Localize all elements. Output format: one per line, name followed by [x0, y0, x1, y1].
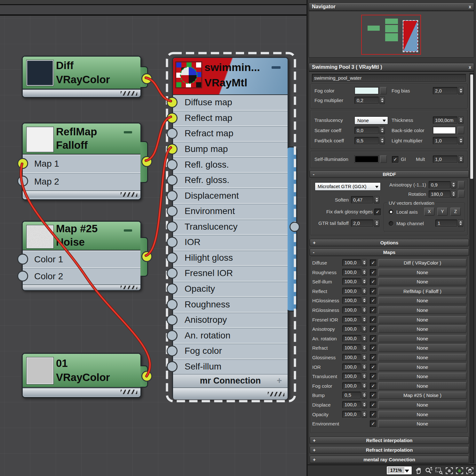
map-amount-spinner[interactable]	[361, 411, 367, 418]
zoom-percent-value[interactable]: 171%	[388, 467, 404, 473]
input-slot-color2[interactable]: Color 2	[23, 267, 140, 284]
node-reflmap-falloff[interactable]: ReflMap Falloff Map 1 Map 2	[22, 123, 141, 200]
fog-multiplier-field[interactable]: 0,2	[354, 97, 379, 104]
map-amount-spinner[interactable]	[361, 316, 367, 323]
map-channel-field[interactable]: 1	[435, 219, 457, 227]
resize-grip[interactable]	[268, 392, 284, 396]
map-amount-field[interactable]: 100,0	[342, 344, 361, 351]
input-socket[interactable]	[167, 113, 178, 123]
scatter-coeff-field[interactable]: 0,0	[354, 127, 379, 134]
navigator-view-rect[interactable]	[361, 15, 421, 55]
input-socket[interactable]	[167, 221, 178, 232]
material-slot-row[interactable]: Diffuse map	[173, 95, 288, 110]
brdf-type-dropdown[interactable]: Microfacet GTR (GGX)	[315, 182, 381, 191]
map-amount-spinner[interactable]	[361, 288, 367, 295]
map-slot-button[interactable]: None	[378, 269, 466, 276]
map-enable-checkbox[interactable]: ✓	[370, 335, 377, 342]
local-axis-radio[interactable]	[389, 210, 393, 214]
map-enable-checkbox[interactable]: ✓	[370, 269, 377, 276]
material-slot-row[interactable]: Refr. gloss.	[173, 172, 288, 188]
gtr-falloff-field[interactable]: 2,0	[351, 219, 373, 227]
map-slot-button[interactable]: ReflMap ( Falloff )	[378, 288, 466, 295]
input-socket[interactable]	[167, 144, 178, 155]
axis-button-y[interactable]: Y	[437, 208, 448, 216]
input-socket[interactable]	[167, 159, 178, 170]
map-slot-button[interactable]: Diff ( VRayColor )	[378, 259, 466, 266]
map-enable-checkbox[interactable]: ✓	[370, 278, 377, 285]
map-amount-field[interactable]: 100,0	[342, 382, 361, 389]
map-slot-button[interactable]: None	[378, 306, 466, 314]
light-multiplier-field[interactable]: 1,0	[433, 137, 457, 144]
material-slot-row[interactable]: Bump map	[173, 141, 288, 157]
node-diff-vraycolor[interactable]: Diff VRayColor	[22, 56, 141, 98]
map-enable-checkbox[interactable]: ✓	[370, 373, 377, 380]
material-slot-row[interactable]: Translucency	[173, 219, 288, 234]
backside-color-swatch[interactable]	[433, 127, 456, 134]
node-map25-noise[interactable]: Map #25 Noise Color 1 Color 2	[22, 221, 141, 291]
fix-edges-checkbox[interactable]: ✓	[374, 209, 381, 215]
input-slot-map2[interactable]: Map 2	[23, 172, 140, 190]
input-slot-color1[interactable]: Color 1	[23, 250, 140, 267]
map-amount-spinner[interactable]	[361, 382, 367, 389]
map-slot-button[interactable]: None	[378, 401, 466, 409]
expand-plus-icon[interactable]: +	[277, 375, 282, 387]
navigator-close-icon[interactable]: x	[469, 3, 471, 11]
navigator-minimap[interactable]	[309, 11, 474, 58]
output-socket[interactable]	[141, 371, 152, 382]
material-name-input[interactable]: swimming_pool_water	[312, 74, 466, 82]
map-amount-field[interactable]: 100,0	[342, 278, 361, 285]
input-socket[interactable]	[167, 361, 178, 372]
rotation-field[interactable]: 180,0	[429, 190, 450, 198]
zoom-extents-selected-icon[interactable]	[455, 466, 464, 475]
input-socket[interactable]	[167, 345, 178, 356]
node-01-vraycolor[interactable]: 01 VRayColor	[22, 353, 141, 398]
map-amount-spinner[interactable]	[361, 344, 367, 351]
fwdbck-coeff-field[interactable]: 0,5	[354, 137, 379, 144]
thickness-field[interactable]: 100,0cm	[433, 116, 457, 124]
input-socket[interactable]	[167, 299, 178, 310]
material-slot-row[interactable]: Refl. gloss.	[173, 156, 288, 172]
map-amount-field[interactable]: 100,0	[342, 373, 361, 380]
input-socket[interactable]	[167, 268, 178, 279]
collapse-minus-icon[interactable]	[124, 229, 132, 232]
params-titlebar[interactable]: Swimming Pool 3 ( VRayMtl ) x	[309, 63, 474, 71]
thickness-spinner[interactable]	[458, 116, 464, 124]
axis-button-z[interactable]: Z	[450, 208, 461, 216]
node-preview-swatch[interactable]	[27, 225, 53, 248]
map-slot-button[interactable]: None	[378, 373, 466, 380]
resize-grip[interactable]	[121, 286, 137, 289]
map-amount-spinner[interactable]	[361, 325, 367, 332]
input-socket-color2[interactable]	[17, 271, 28, 282]
zoom-region-icon[interactable]	[435, 466, 443, 475]
input-socket-map2[interactable]	[17, 176, 28, 186]
anisotropy-map-button[interactable]	[458, 181, 464, 188]
node-preview-swatch[interactable]	[27, 127, 53, 152]
scatter-coeff-spinner[interactable]	[379, 127, 385, 134]
map-slot-button[interactable]: None	[378, 325, 466, 333]
input-socket-map1[interactable]	[17, 158, 28, 169]
map-amount-spinner[interactable]	[361, 259, 367, 266]
input-socket[interactable]	[167, 237, 178, 248]
material-slot-row[interactable]: Hilight gloss	[173, 250, 288, 266]
gtr-falloff-spinner[interactable]	[374, 219, 379, 227]
map-slot-button[interactable]: None	[378, 354, 466, 361]
output-socket[interactable]	[141, 251, 152, 262]
material-slot-row[interactable]: Roughness	[173, 296, 288, 312]
selfillum-map-button[interactable]	[380, 155, 387, 163]
pan-hand-icon[interactable]	[414, 466, 423, 475]
anisotropy-spinner[interactable]	[451, 181, 456, 188]
map-slot-button[interactable]: None	[378, 411, 466, 418]
params-close-icon[interactable]: x	[469, 63, 471, 71]
map-amount-spinner[interactable]	[361, 335, 367, 342]
map-enable-checkbox[interactable]: ✓	[370, 307, 377, 313]
input-socket[interactable]	[167, 330, 178, 341]
light-multiplier-spinner[interactable]	[458, 137, 464, 144]
map-enable-checkbox[interactable]: ✓	[370, 420, 377, 427]
selfillum-color-swatch[interactable]	[354, 155, 379, 163]
input-socket[interactable]	[167, 283, 178, 294]
map-amount-field[interactable]: 100,0	[342, 354, 361, 361]
node-view-canvas[interactable]: Diff VRayColor ReflMap Falloff Map 1 Map…	[0, 0, 306, 476]
map-slot-button[interactable]: None	[378, 335, 466, 342]
fwdbck-coeff-spinner[interactable]	[379, 137, 385, 144]
output-socket[interactable]	[141, 73, 152, 84]
